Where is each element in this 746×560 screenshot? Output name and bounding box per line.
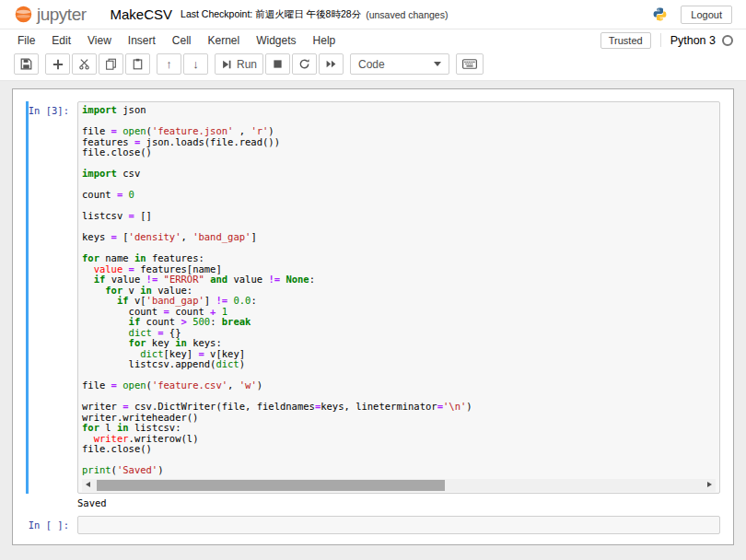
- code-line: [82, 158, 716, 169]
- run-button-label: Run: [237, 58, 257, 71]
- insert-cell-below-button[interactable]: [45, 53, 70, 75]
- python-logo-icon: [652, 6, 668, 22]
- paste-cell-button[interactable]: [125, 53, 150, 75]
- copy-icon: [105, 58, 117, 70]
- code-line: features = json.loads(file.read()): [82, 137, 716, 148]
- plus-icon: [52, 59, 64, 70]
- toolbar-group-palette: [456, 53, 484, 75]
- header-top-row: jupyter MakeCSV Last Checkpoint: 前週火曜日 午…: [0, 0, 746, 29]
- code-editor-lines: import json file = open('feature.json' ,…: [82, 105, 716, 476]
- cell-1-output-text: Saved: [77, 494, 107, 510]
- menu-bar-items: FileEditViewInsertCellKernelWidgetsHelp: [9, 31, 344, 50]
- clipboard-paste-icon: [132, 58, 144, 70]
- code-line: listcsv.append(dict): [82, 359, 716, 370]
- code-line: writer.writerow(l): [82, 434, 716, 445]
- fast-forward-icon: [325, 58, 337, 70]
- code-line: [82, 201, 716, 212]
- cell-2-input-prompt: In [ ]:: [26, 516, 77, 534]
- code-line: file.close(): [82, 147, 716, 158]
- scroll-left-arrow-icon[interactable]: [86, 482, 90, 487]
- code-line: keys = ['density', 'band_gap']: [82, 232, 716, 243]
- toolbar: ↑ ↓ Run: [0, 51, 746, 80]
- menu-item-cell[interactable]: Cell: [164, 31, 200, 50]
- menu-item-help[interactable]: Help: [305, 31, 344, 50]
- code-cell-2: In [ ]:: [26, 513, 733, 537]
- stop-icon: [273, 59, 283, 69]
- cell-type-value: Code: [358, 58, 385, 71]
- jupyter-logo-text: jupyter: [37, 5, 87, 25]
- kernel-idle-indicator-icon: [722, 35, 733, 46]
- cell-1-input-row: In [3]: import json file = open('feature…: [26, 101, 720, 494]
- jupyter-header: jupyter MakeCSV Last Checkpoint: 前週火曜日 午…: [0, 0, 746, 81]
- cell-1-code-editor[interactable]: import json file = open('feature.json' ,…: [77, 101, 720, 494]
- save-icon: [20, 58, 32, 70]
- copy-cell-button[interactable]: [99, 53, 123, 75]
- code-line: print('Saved'): [82, 465, 716, 476]
- restart-icon: [298, 58, 310, 70]
- menu-item-kernel[interactable]: Kernel: [200, 31, 249, 50]
- unsaved-changes-label: (unsaved changes): [366, 9, 448, 20]
- code-line: count = 0: [82, 190, 716, 201]
- cell-type-select[interactable]: Code: [350, 53, 449, 75]
- cell-2-input-row: In [ ]:: [26, 516, 720, 534]
- menu-item-view[interactable]: View: [79, 31, 120, 50]
- jupyter-logo[interactable]: jupyter: [14, 5, 87, 25]
- arrow-down-icon: ↓: [192, 58, 199, 70]
- keyboard-icon: [462, 59, 477, 69]
- cell-1-output-prompt: [26, 494, 77, 510]
- logout-button[interactable]: Logout: [681, 6, 732, 24]
- code-line: [82, 180, 716, 191]
- restart-kernel-button[interactable]: [292, 53, 317, 75]
- code-line: [82, 455, 716, 466]
- code-cell-1: In [3]: import json file = open('feature…: [26, 99, 733, 513]
- cut-cell-button[interactable]: [72, 53, 97, 75]
- toolbar-group-move: ↑ ↓: [157, 53, 208, 75]
- scrollbar-thumb[interactable]: [97, 480, 445, 491]
- chevron-down-icon: [434, 62, 441, 66]
- menu-item-widgets[interactable]: Widgets: [248, 31, 304, 50]
- menu-bar: FileEditViewInsertCellKernelWidgetsHelp …: [0, 29, 746, 51]
- menu-item-insert[interactable]: Insert: [120, 31, 164, 50]
- notebook-site: In [3]: import json file = open('feature…: [0, 81, 746, 545]
- restart-run-all-button[interactable]: [319, 53, 344, 75]
- jupyter-planet-icon: [14, 5, 33, 24]
- menu-item-file[interactable]: File: [9, 31, 43, 50]
- notebook-container: In [3]: import json file = open('feature…: [12, 88, 734, 545]
- menu-bar-right: Trusted Python 3: [600, 32, 737, 49]
- command-palette-button[interactable]: [456, 53, 484, 75]
- scissors-icon: [78, 58, 90, 70]
- code-line: file = open('feature.csv', 'w'): [82, 380, 716, 391]
- arrow-up-icon: ↑: [166, 58, 172, 70]
- code-line: import json: [82, 105, 716, 116]
- move-cell-up-button[interactable]: ↑: [157, 53, 181, 75]
- code-line: import csv: [82, 169, 716, 180]
- toolbar-group-save: [14, 53, 39, 75]
- run-button[interactable]: Run: [215, 53, 263, 75]
- kernel-name-label: Python 3: [670, 34, 716, 47]
- save-button[interactable]: [14, 53, 39, 75]
- cell-2-code-editor[interactable]: [77, 516, 720, 534]
- notebook-title[interactable]: MakeCSV: [111, 6, 173, 22]
- checkpoint-label: Last Checkpoint: 前週火曜日 午後8時28分: [181, 8, 361, 21]
- scroll-right-arrow-icon[interactable]: [707, 482, 712, 487]
- code-horizontal-scrollbar[interactable]: [82, 479, 716, 492]
- toolbar-group-run: Run: [215, 53, 344, 75]
- menu-item-edit[interactable]: Edit: [43, 31, 79, 50]
- interrupt-kernel-button[interactable]: [265, 53, 290, 75]
- move-cell-down-button[interactable]: ↓: [183, 53, 208, 75]
- toolbar-group-celltype: Code: [350, 53, 449, 75]
- code-line: file.close(): [82, 444, 716, 455]
- run-step-forward-icon: [221, 59, 232, 70]
- code-line: listcsv = []: [82, 211, 716, 222]
- cell-1-output-row: Saved: [26, 494, 720, 510]
- cell-1-input-prompt: In [3]:: [26, 101, 77, 494]
- kernel-separator: [660, 33, 661, 47]
- toolbar-group-edit: [45, 53, 150, 75]
- trusted-button[interactable]: Trusted: [600, 32, 651, 49]
